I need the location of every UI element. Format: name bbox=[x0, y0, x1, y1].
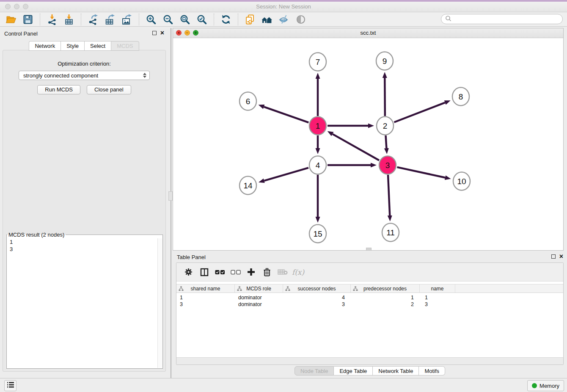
column-header-mcds-role[interactable]: MCDS role bbox=[235, 284, 283, 293]
float-panel-icon[interactable] bbox=[152, 31, 157, 35]
graph-edge-3-1[interactable] bbox=[333, 134, 379, 160]
tab-network-table[interactable]: Network Table bbox=[373, 366, 419, 375]
toolbar-separator bbox=[214, 14, 214, 25]
close-table-panel-icon[interactable]: × bbox=[559, 254, 563, 259]
table-cell[interactable]: 3 bbox=[283, 301, 351, 308]
export-image-icon[interactable] bbox=[121, 13, 133, 26]
network-minimize-button[interactable]: − bbox=[184, 30, 190, 36]
column-header-name[interactable]: name bbox=[420, 284, 455, 293]
clone-network-icon[interactable] bbox=[244, 13, 256, 26]
table-header-row: shared nameMCDS rolesuccessor nodesprede… bbox=[176, 284, 563, 293]
tab-select[interactable]: Select bbox=[84, 41, 111, 51]
mcds-result-text[interactable]: 13 bbox=[7, 238, 162, 253]
task-history-button[interactable] bbox=[4, 380, 17, 391]
canvas-resize-handle[interactable] bbox=[366, 248, 372, 251]
table-cell[interactable]: 4 bbox=[283, 294, 351, 301]
graph-node-8[interactable]: 8 bbox=[452, 88, 469, 106]
tab-edge-table[interactable]: Edge Table bbox=[334, 366, 373, 375]
select-all-icon[interactable] bbox=[212, 265, 228, 280]
table-cell[interactable]: dominator bbox=[235, 301, 283, 308]
graph-node-4[interactable]: 4 bbox=[309, 156, 326, 174]
delete-table-icon[interactable] bbox=[275, 265, 290, 280]
tab-node-table[interactable]: Node Table bbox=[295, 366, 334, 375]
optimization-criterion-label: Optimization criterion: bbox=[3, 61, 165, 67]
graph-node-11[interactable]: 11 bbox=[382, 224, 399, 242]
table-cell[interactable]: 3 bbox=[420, 301, 455, 308]
graph-edge-4-14[interactable] bbox=[264, 168, 308, 180]
delete-row-icon[interactable] bbox=[259, 265, 275, 280]
result-scrollbar[interactable] bbox=[157, 238, 162, 368]
add-row-icon[interactable] bbox=[243, 265, 259, 280]
graph-edge-3-11[interactable] bbox=[388, 175, 390, 215]
table-options-icon[interactable] bbox=[181, 265, 196, 280]
optimization-criterion-select[interactable]: strongly connected component bbox=[19, 71, 150, 80]
table-horizontal-scrollbar[interactable] bbox=[176, 357, 563, 364]
column-visibility-icon[interactable] bbox=[196, 265, 212, 280]
hide-graphics-details-icon[interactable] bbox=[278, 13, 290, 26]
graph-edge-3-10[interactable] bbox=[397, 167, 445, 178]
bird-eye-view-icon[interactable] bbox=[295, 13, 307, 26]
graph-edge-2-8[interactable] bbox=[394, 102, 445, 122]
save-session-icon[interactable] bbox=[22, 13, 34, 26]
column-header-predecessor-nodes[interactable]: predecessor nodes bbox=[351, 284, 420, 293]
run-mcds-button[interactable]: Run MCDS bbox=[37, 85, 80, 94]
tab-style[interactable]: Style bbox=[61, 41, 84, 51]
select-stepper-icon bbox=[143, 73, 146, 78]
table-cell[interactable]: dominator bbox=[235, 294, 283, 301]
deselect-all-icon[interactable] bbox=[228, 265, 243, 280]
column-header-successor-nodes[interactable]: successor nodes bbox=[283, 284, 351, 293]
export-network-icon[interactable] bbox=[87, 13, 99, 26]
table-row[interactable]: 1dominator411 bbox=[176, 294, 563, 301]
graph-node-1[interactable]: 1 bbox=[309, 117, 326, 135]
control-panel: Control Panel × NetworkStyleSelectMCDS O… bbox=[0, 28, 168, 373]
search-input[interactable] bbox=[454, 16, 562, 23]
table-cell[interactable]: 3 bbox=[176, 301, 235, 308]
graph-node-2[interactable]: 2 bbox=[377, 117, 394, 135]
table-cell[interactable]: 1 bbox=[351, 294, 420, 301]
float-table-panel-icon[interactable] bbox=[551, 254, 556, 259]
graph-node-10[interactable]: 10 bbox=[453, 172, 470, 190]
memory-button[interactable]: Memory bbox=[527, 380, 564, 391]
tab-motifs[interactable]: Motifs bbox=[419, 366, 445, 375]
first-neighbors-icon[interactable] bbox=[261, 13, 273, 26]
close-panel-button[interactable]: Close panel bbox=[87, 85, 131, 94]
graph-node-9[interactable]: 9 bbox=[376, 52, 393, 70]
network-maximize-button[interactable]: + bbox=[193, 30, 198, 36]
graph-node-7[interactable]: 7 bbox=[309, 53, 326, 71]
table-toolbar: f(x) bbox=[176, 263, 563, 282]
table-cell[interactable]: 1 bbox=[176, 294, 235, 301]
graph-edge-2-9[interactable] bbox=[385, 78, 385, 116]
close-panel-icon[interactable]: × bbox=[160, 30, 164, 36]
graph-edge-1-6[interactable] bbox=[264, 107, 309, 122]
zoom-in-icon[interactable] bbox=[145, 13, 157, 26]
graph-node-3[interactable]: 3 bbox=[379, 156, 396, 174]
apply-layout-icon[interactable] bbox=[220, 13, 232, 26]
export-table-icon[interactable] bbox=[104, 13, 116, 26]
zoom-selected-icon[interactable] bbox=[195, 13, 208, 26]
tab-network[interactable]: Network bbox=[29, 41, 61, 51]
tab-mcds[interactable]: MCDS bbox=[111, 41, 139, 51]
network-graph: 7968124314101511 bbox=[173, 37, 563, 250]
graph-node-15[interactable]: 15 bbox=[309, 225, 326, 243]
graph-edge-2-3[interactable] bbox=[385, 135, 386, 148]
split-divider-handle[interactable] bbox=[168, 191, 173, 201]
network-canvas[interactable]: 7968124314101511 bbox=[173, 37, 563, 250]
svg-text:6: 6 bbox=[246, 97, 250, 106]
graph-node-6[interactable]: 6 bbox=[239, 92, 256, 110]
table-cell[interactable]: 2 bbox=[351, 301, 420, 308]
import-network-icon[interactable] bbox=[46, 13, 58, 26]
main-titlebar: Session: New Session bbox=[0, 2, 567, 12]
svg-text:14: 14 bbox=[243, 181, 253, 190]
svg-text:8: 8 bbox=[459, 92, 463, 101]
svg-text:4: 4 bbox=[316, 161, 320, 170]
column-header-shared-name[interactable]: shared name bbox=[176, 284, 235, 293]
open-session-icon[interactable] bbox=[5, 13, 17, 26]
table-panel-title: Table Panel bbox=[177, 254, 206, 260]
import-table-icon[interactable] bbox=[63, 13, 75, 26]
graph-node-14[interactable]: 14 bbox=[239, 177, 256, 195]
zoom-out-icon[interactable] bbox=[162, 13, 174, 26]
network-close-button[interactable]: × bbox=[176, 30, 182, 36]
zoom-fit-icon[interactable] bbox=[179, 13, 191, 26]
table-cell[interactable]: 1 bbox=[420, 294, 455, 301]
table-row[interactable]: 3dominator323 bbox=[176, 301, 563, 308]
